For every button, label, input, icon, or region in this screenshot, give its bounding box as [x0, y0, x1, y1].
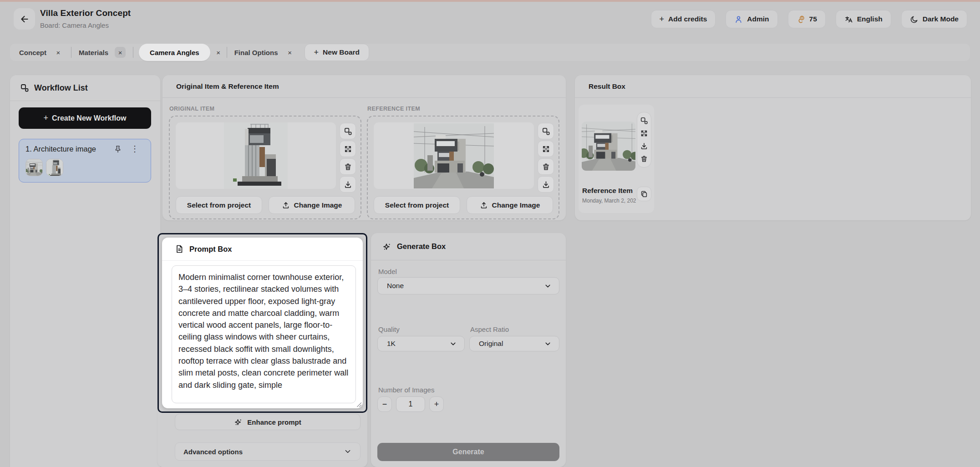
- workflow-icon: [640, 117, 648, 125]
- sidebar-title: Workflow List: [34, 83, 88, 93]
- advanced-options-button[interactable]: Advanced options: [175, 442, 361, 461]
- workflow-sidebar: Workflow List + Create New Workflow 1. A…: [10, 75, 160, 467]
- workflow-item-name: 1. Architecture image: [25, 145, 144, 153]
- admin-button[interactable]: Admin: [726, 10, 777, 28]
- workflow-thumbnail-reference[interactable]: [25, 159, 43, 176]
- prompt-box-title: Prompt Box: [189, 245, 232, 254]
- result-image[interactable]: [582, 122, 635, 171]
- tab-concept[interactable]: Concept ×: [15, 44, 68, 61]
- tab-label[interactable]: Concept: [19, 49, 46, 56]
- new-board-button[interactable]: + New Board: [305, 44, 369, 61]
- result-card[interactable]: Reference Item Monday, March 2, 2026 at.…: [579, 105, 654, 213]
- trash-icon: [344, 162, 352, 171]
- model-select[interactable]: None: [377, 277, 559, 294]
- send-to-workflow-button[interactable]: [340, 123, 356, 139]
- upload-icon: [282, 201, 290, 209]
- expand-button[interactable]: [340, 141, 356, 157]
- create-workflow-label: Create New Workflow: [52, 114, 126, 122]
- reference-item-column: REFERENCE ITEM Select from project: [367, 103, 559, 219]
- workflow-icon: [20, 83, 29, 92]
- trash-icon: [542, 162, 550, 171]
- delete-button[interactable]: [340, 158, 356, 175]
- admin-label: Admin: [747, 15, 769, 23]
- prompt-textarea[interactable]: Modern minimalist corner townhouse exter…: [172, 265, 356, 403]
- header-actions: + Add credits Admin 75 English Dark Mode: [651, 10, 967, 28]
- copy-icon: [640, 190, 648, 198]
- increment-button[interactable]: +: [429, 396, 444, 412]
- chevron-down-icon: [544, 282, 552, 290]
- close-icon[interactable]: ×: [115, 47, 126, 58]
- chevron-down-icon: [449, 340, 457, 348]
- credits-button[interactable]: 75: [788, 10, 826, 28]
- workflow-icon: [344, 127, 352, 136]
- tab-label[interactable]: Camera Angles: [150, 49, 199, 56]
- items-panel-title: Original Item & Reference Item: [176, 82, 279, 91]
- original-item-column: ORIGINAL ITEM Select from project: [169, 103, 361, 219]
- coins-icon: [797, 15, 805, 24]
- close-icon[interactable]: ×: [213, 47, 224, 58]
- close-icon[interactable]: ×: [284, 47, 295, 58]
- image-count-input[interactable]: 1: [396, 396, 425, 412]
- generate-button[interactable]: Generate: [377, 443, 559, 461]
- pin-icon[interactable]: [113, 145, 122, 154]
- send-to-workflow-button[interactable]: [538, 123, 554, 139]
- delete-button[interactable]: [538, 158, 554, 175]
- select-from-project-button[interactable]: Select from project: [176, 196, 262, 214]
- change-image-button[interactable]: Change Image: [467, 196, 553, 214]
- plus-icon: +: [44, 113, 49, 123]
- change-image-button[interactable]: Change Image: [269, 196, 355, 214]
- expand-icon: [640, 129, 648, 137]
- add-credits-button[interactable]: + Add credits: [651, 10, 716, 28]
- reference-item-actions: Select from project Change Image: [374, 196, 553, 214]
- title-block: Villa Exterior Concept Board: Camera Ang…: [40, 8, 131, 29]
- sparkles-icon: [382, 242, 391, 251]
- download-button[interactable]: [538, 176, 554, 193]
- tab-camera-angles[interactable]: Camera Angles: [139, 44, 210, 61]
- workflow-thumbnail-original[interactable]: [46, 159, 63, 176]
- model-label: Model: [378, 268, 397, 275]
- advanced-options-label: Advanced options: [183, 448, 243, 456]
- copy-button[interactable]: [637, 187, 651, 201]
- resize-handle[interactable]: [356, 401, 361, 407]
- reference-item-image[interactable]: [374, 122, 534, 189]
- tab-materials[interactable]: Materials ×: [74, 44, 130, 61]
- result-item-title: Reference Item: [582, 187, 633, 195]
- page-subtitle: Board: Camera Angles: [40, 21, 131, 29]
- select-from-project-label: Select from project: [187, 201, 251, 209]
- download-button[interactable]: [340, 176, 356, 193]
- quality-value: 1K: [387, 340, 396, 348]
- create-workflow-button[interactable]: + Create New Workflow: [19, 107, 151, 129]
- page-title: Villa Exterior Concept: [40, 8, 131, 18]
- aspect-ratio-select[interactable]: Original: [469, 336, 559, 351]
- kebab-menu-icon[interactable]: ⋮: [131, 144, 139, 154]
- download-icon: [344, 180, 352, 189]
- send-to-workflow-button[interactable]: [639, 116, 649, 126]
- decrement-button[interactable]: −: [377, 396, 392, 412]
- tab-label[interactable]: Final Options: [234, 49, 278, 56]
- expand-icon: [542, 145, 550, 153]
- expand-button[interactable]: [639, 128, 649, 138]
- items-body: ORIGINAL ITEM Select from project: [162, 98, 566, 219]
- quality-select[interactable]: 1K: [377, 336, 465, 351]
- close-icon[interactable]: ×: [53, 47, 64, 58]
- back-button[interactable]: [14, 8, 35, 30]
- download-button[interactable]: [639, 141, 649, 151]
- credits-count: 75: [809, 15, 817, 23]
- original-item-image[interactable]: [176, 122, 336, 189]
- aspect-ratio-label: Aspect Ratio: [470, 325, 509, 333]
- aspect-ratio-value: Original: [479, 340, 503, 348]
- model-value: None: [387, 282, 404, 290]
- tab-label[interactable]: Materials: [79, 49, 108, 56]
- tab-final-options[interactable]: Final Options ×: [230, 44, 300, 61]
- select-from-project-button[interactable]: Select from project: [374, 196, 460, 214]
- delete-button[interactable]: [639, 154, 649, 164]
- select-from-project-label: Select from project: [385, 201, 449, 209]
- download-icon: [640, 142, 648, 150]
- original-item-actions: Select from project Change Image: [176, 196, 355, 214]
- expand-button[interactable]: [538, 141, 554, 157]
- workflow-item-selected[interactable]: 1. Architecture image ⋮: [19, 139, 151, 183]
- language-button[interactable]: English: [836, 10, 891, 28]
- dark-mode-button[interactable]: Dark Mode: [901, 10, 967, 28]
- person-icon: [734, 15, 743, 24]
- enhance-prompt-button[interactable]: Enhance prompt: [175, 414, 361, 430]
